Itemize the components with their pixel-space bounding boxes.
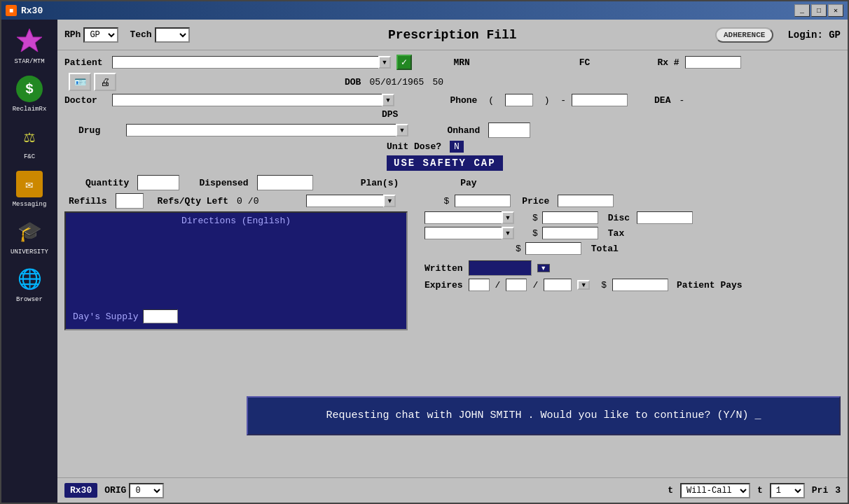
plan1-combo: ▼ [306, 195, 396, 207]
drug-dropdown-btn[interactable]: ▼ [396, 124, 408, 136]
dispensed-label: Dispensed [199, 178, 248, 188]
plan1-input[interactable] [306, 195, 383, 207]
plan2-input[interactable] [424, 211, 502, 224]
refills-label: Refills [69, 196, 107, 206]
drug-input[interactable] [126, 124, 396, 136]
plan3-price3-row: ▼ $ Tax [424, 227, 743, 239]
print-btn[interactable]: 🖨 [94, 73, 116, 91]
quantity-input[interactable]: 0 [137, 175, 179, 190]
price-input2[interactable] [542, 211, 598, 224]
close-button[interactable]: ✕ [828, 4, 843, 17]
expires-year-input[interactable] [544, 279, 572, 291]
expires-slash1: / [495, 280, 501, 290]
pay-label: Pay [460, 178, 476, 188]
phone-label: Phone [450, 95, 477, 106]
plan2-price2-row: ▼ $ Disc [424, 211, 743, 224]
rph-select[interactable]: GP [83, 27, 118, 43]
minimize-button[interactable]: _ [794, 4, 810, 17]
expires-dropdown-btn[interactable]: ▼ [577, 280, 590, 290]
plan2-combo: ▼ [424, 211, 514, 224]
dps-row: DPS [64, 109, 841, 120]
sidebar-label-fsc: F&C [24, 153, 35, 160]
refills-row: Refills 0 Refs/Qty Left 0 /0 ▼ $ Price [64, 193, 841, 209]
t-select[interactable]: 1 [770, 483, 805, 498]
sidebar-item-fsc[interactable]: ⚖ F&C [4, 118, 55, 164]
app-body: STAR/MTM $ ReclaimRx ⚖ F&C ✉ Messaging [1, 20, 848, 503]
maximize-button[interactable]: □ [811, 4, 827, 17]
orig-select[interactable]: 0 [129, 483, 164, 498]
sidebar-item-reclaim-rx[interactable]: $ ReclaimRx [4, 70, 55, 116]
sidebar-label-browser: Browser [16, 296, 43, 303]
phone-paren-open: ( [483, 95, 499, 106]
written-input[interactable]: 02/18/16 [469, 260, 532, 276]
plan3-input[interactable] [424, 227, 502, 239]
patient-card-btn[interactable]: 🪪 [69, 73, 91, 91]
rx30-logo: Rx30 [64, 483, 97, 498]
phone-main-input[interactable] [572, 94, 628, 106]
drug-row: Drug ▼ Onhand 0 [64, 122, 841, 138]
sidebar-label-star-mtm: STAR/MTM [14, 58, 44, 65]
expires-month-input[interactable] [469, 279, 490, 291]
t-val-label: t [757, 485, 763, 496]
plans-label: Plan(s) [361, 178, 399, 188]
written-dropdown-btn[interactable]: ▼ [537, 264, 550, 272]
sidebar-item-browser[interactable]: 🌐 Browser [4, 260, 55, 307]
rx-number-input[interactable]: 500024 [685, 56, 741, 69]
patient-pays-dollar: $ [601, 280, 607, 290]
doctor-input[interactable] [112, 94, 382, 106]
phone-area-input[interactable] [505, 94, 533, 106]
patient-combo: SMITH, JOHN ▼ [112, 56, 391, 69]
refs-qty-denom: /0 [248, 196, 259, 206]
phone-paren-close: ) [539, 95, 555, 106]
dispensed-input[interactable]: 0 [257, 175, 313, 190]
disc-label: Disc [608, 213, 630, 223]
plan3-dropdown-btn[interactable]: ▼ [502, 227, 514, 239]
dea-value: - [679, 95, 684, 106]
price-right1[interactable] [558, 195, 614, 207]
plan1-dropdown-btn[interactable]: ▼ [383, 195, 396, 207]
price-input1[interactable] [455, 195, 511, 207]
form-area: Patient SMITH, JOHN ▼ ✓ MRN FC Rx # 5000… [57, 50, 848, 477]
pri-label: Pri [812, 485, 828, 496]
price-label1: Price [522, 196, 549, 206]
safety-cap-row: USE SAFETY CAP [387, 155, 841, 171]
chat-notification: Requesting chat with JOHN SMITH . Would … [247, 396, 841, 435]
rph-label: RPh [64, 29, 81, 40]
dob-value: 05/01/1965 [369, 77, 424, 88]
patient-input[interactable]: SMITH, JOHN [112, 56, 378, 69]
tech-select[interactable] [155, 27, 190, 43]
directions-row: Directions (English) Day's Supply 0 [64, 211, 841, 330]
price-dollar3: $ [532, 228, 538, 239]
onhand-input[interactable]: 0 [488, 122, 530, 138]
price-input3[interactable] [542, 227, 598, 239]
doctor-dropdown-btn[interactable]: ▼ [382, 94, 394, 106]
patient-dropdown-btn[interactable]: ▼ [378, 56, 391, 69]
price-input4[interactable] [525, 242, 581, 255]
refills-input[interactable]: 0 [116, 193, 144, 209]
sidebar-label-messaging: Messaging [13, 201, 47, 208]
will-call-select[interactable]: Will-Call [680, 483, 750, 498]
reclaim-rx-icon: $ [14, 74, 45, 104]
titlebar-controls: _ □ ✕ [794, 4, 843, 17]
expires-day-input[interactable] [506, 279, 527, 291]
sidebar-item-messaging[interactable]: ✉ Messaging [4, 165, 55, 211]
phone-dash: - [560, 95, 566, 106]
quantity-label: Quantity [85, 178, 129, 188]
total-row: $ Total [516, 242, 743, 255]
patient-row: Patient SMITH, JOHN ▼ ✓ MRN FC Rx # 5000… [64, 55, 841, 70]
drug-combo: ▼ [126, 124, 408, 136]
patient-action-btn[interactable]: ✓ [396, 55, 412, 70]
days-supply-input[interactable]: 0 [143, 309, 178, 323]
patient-pays-input[interactable] [612, 279, 668, 291]
refs-qty-label: Refs/Qty Left [158, 196, 228, 206]
sidebar-label-reclaim: ReclaimRx [13, 106, 47, 113]
written-label: Written [424, 263, 463, 274]
sidebar-item-university[interactable]: 🎓 UNIVERSITY [4, 213, 55, 259]
plan2-dropdown-btn[interactable]: ▼ [502, 211, 514, 224]
star-mtm-icon [14, 26, 45, 57]
t-label: t [668, 485, 673, 496]
directions-label: Directions (English) [69, 216, 403, 226]
sidebar-item-star-mtm[interactable]: STAR/MTM [4, 22, 55, 69]
sidebar-label-university: UNIVERSITY [11, 248, 48, 255]
disc-input[interactable] [637, 211, 693, 224]
